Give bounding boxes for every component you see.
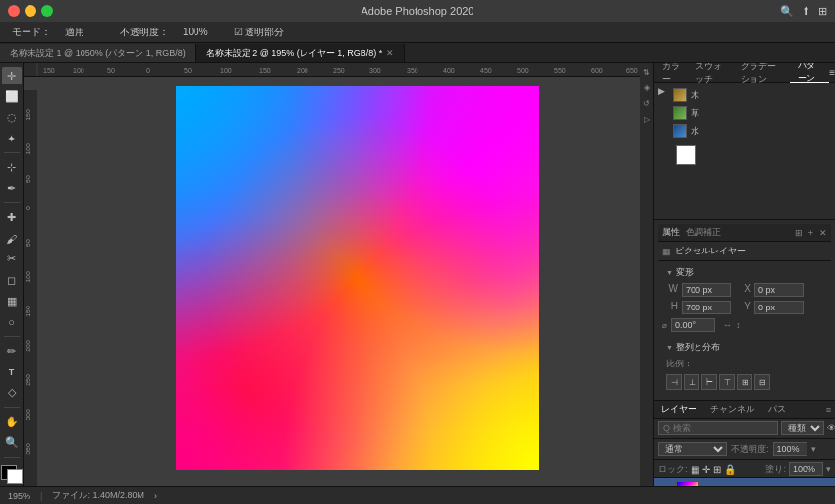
tab-paths[interactable]: パス [761, 401, 793, 419]
canvas-image[interactable] [176, 86, 539, 470]
divider-3 [4, 336, 20, 337]
close-button[interactable] [8, 5, 20, 17]
opacity-input[interactable] [773, 442, 807, 456]
layers-panel-menu[interactable]: ≡ [822, 405, 835, 415]
properties-panel: 属性 色調補正 ⊞ + ✕ ▦ ピクセルレイヤー ▼ 変形 W [654, 220, 835, 401]
text-tool[interactable]: T [2, 363, 22, 380]
flip-v-icon[interactable]: ↕ [736, 320, 741, 330]
opacity-dropdown-icon[interactable]: ▾ [811, 444, 816, 454]
props-close-icon[interactable]: ✕ [819, 228, 827, 238]
tab-swatch[interactable]: スウォッチ [688, 63, 733, 83]
align-right-icon[interactable]: ⊢ [701, 374, 717, 390]
eraser-tool[interactable]: ◻ [2, 271, 22, 289]
chevron-down-icon[interactable]: ▼ [666, 269, 673, 276]
magic-wand-tool[interactable]: ✦ [2, 130, 22, 147]
blend-mode-select[interactable]: 通常 [658, 442, 727, 456]
align-chevron-icon[interactable]: ▼ [666, 344, 673, 351]
shape-tool[interactable]: ◇ [2, 384, 22, 402]
ratio-row: 比例： [662, 356, 827, 372]
tab-layers[interactable]: レイヤー [654, 401, 703, 419]
y-input[interactable] [754, 301, 804, 314]
ratio-label: 比例： [666, 359, 693, 368]
menu-transparency[interactable]: ☑ 透明部分 [228, 24, 291, 41]
background-color[interactable] [7, 469, 23, 484]
actions-icon[interactable]: ▷ [642, 114, 652, 124]
tab-1[interactable]: 名称未設定 1 @ 1050% (パターン 1, RGB/8) [0, 44, 196, 62]
lock-artboard-icon[interactable]: ⊞ [713, 464, 721, 475]
angle-input[interactable] [671, 318, 715, 332]
props-tab-attributes[interactable]: 属性 [662, 226, 680, 239]
arrange-icon[interactable]: ⇅ [642, 67, 652, 77]
lock-all-icon[interactable]: 🔒 [724, 464, 736, 475]
swatch-row-grass[interactable]: 草 [669, 104, 831, 122]
search-icon[interactable]: 🔍 [780, 5, 794, 18]
tab-gradient[interactable]: グラデーション [733, 63, 790, 83]
marquee-tool[interactable]: ⬜ [2, 87, 22, 105]
h-input[interactable] [682, 301, 731, 314]
props-panel-icon[interactable]: ⊞ [795, 228, 803, 238]
flip-h-icon[interactable]: ↔ [723, 320, 732, 330]
tab-pattern[interactable]: パターン [790, 63, 829, 83]
svg-text:150: 150 [25, 306, 31, 317]
layer-kind-select[interactable]: 種類 [781, 421, 824, 435]
h-label: H [662, 301, 678, 314]
tab-2[interactable]: 名称未設定 2 @ 195% (レイヤー 1, RGB/8) * ✕ [196, 44, 406, 62]
white-swatch-area [654, 143, 835, 169]
brush-tool[interactable]: 🖌 [2, 229, 22, 247]
history-icon[interactable]: ↺ [642, 98, 652, 108]
swatch-row-wood[interactable]: 木 [669, 86, 831, 104]
lock-pixels-icon[interactable]: ▦ [691, 464, 699, 475]
menu-opacity-value[interactable]: 100% [177, 25, 214, 39]
fill-dropdown-icon[interactable]: ▾ [826, 464, 831, 474]
swatch-list: 木 草 水 [669, 86, 831, 140]
heal-tool[interactable]: ✚ [2, 208, 22, 226]
lasso-tool[interactable]: ◌ [2, 109, 22, 127]
maximize-button[interactable] [41, 5, 53, 17]
w-input[interactable] [682, 283, 731, 297]
svg-text:50: 50 [25, 239, 31, 247]
svg-text:350: 350 [407, 67, 418, 74]
arrow-down-icon[interactable]: ▶ [658, 86, 665, 96]
svg-text:500: 500 [517, 67, 529, 74]
props-add-icon[interactable]: + [808, 228, 813, 238]
tab-channels[interactable]: チャンネル [703, 401, 761, 419]
swatch-row-water[interactable]: 水 [669, 122, 831, 140]
white-swatch[interactable] [676, 145, 696, 165]
share-icon[interactable]: ⬆ [802, 5, 810, 18]
color-icon[interactable]: ◈ [642, 83, 652, 92]
panel-menu-icon[interactable]: ≡ [829, 67, 835, 78]
eyedropper-tool[interactable]: ✒ [2, 180, 22, 197]
tab-color[interactable]: カラー [654, 63, 688, 83]
props-tab-adjustments[interactable]: 色調補正 [686, 226, 721, 239]
dodge-tool[interactable]: ○ [2, 313, 22, 331]
align-left-icon[interactable]: ⊣ [666, 374, 682, 390]
hand-tool[interactable]: ✋ [2, 413, 22, 430]
swatch-water-label: 水 [691, 125, 699, 138]
align-bottom-icon[interactable]: ⊟ [754, 374, 770, 390]
fill-input[interactable] [789, 462, 823, 476]
window-icon[interactable]: ⊞ [818, 5, 827, 18]
pen-tool[interactable]: ✏ [2, 342, 22, 360]
zoom-tool[interactable]: 🔍 [2, 433, 22, 451]
canvas-content[interactable]: 150 100 50 0 50 100 150 200 250 300 350 [24, 77, 640, 486]
layer-visibility-icon[interactable]: 👁 [827, 421, 835, 435]
x-input[interactable] [754, 283, 804, 297]
transform-section: ▼ 変形 W X H Y ⌀ ↔ [658, 261, 831, 336]
align-center-v-icon[interactable]: ⊞ [737, 374, 752, 390]
minimize-button[interactable] [25, 5, 36, 17]
menu-mode-value[interactable]: 適用 [59, 24, 90, 41]
align-top-icon[interactable]: ⊤ [719, 374, 735, 390]
crop-tool[interactable]: ⊹ [2, 158, 22, 176]
layer-row-1[interactable]: 👁 レイヤー 1 [654, 478, 835, 486]
clone-tool[interactable]: ✂ [2, 251, 22, 268]
align-center-h-icon[interactable]: ⊥ [684, 374, 699, 390]
gradient-tool[interactable]: ▦ [2, 292, 22, 309]
layers-search-input[interactable] [658, 421, 778, 435]
move-tool[interactable]: ✛ [2, 67, 22, 84]
tab-close[interactable]: ✕ [386, 48, 394, 58]
svg-text:350: 350 [25, 443, 31, 455]
fg-bg-colors[interactable] [1, 465, 23, 484]
lock-position-icon[interactable]: ✛ [702, 464, 710, 475]
status-arrow-icon[interactable]: › [154, 491, 157, 501]
ruler-left: 150 100 50 0 50 100 150 200 250 300 350 [24, 90, 37, 486]
